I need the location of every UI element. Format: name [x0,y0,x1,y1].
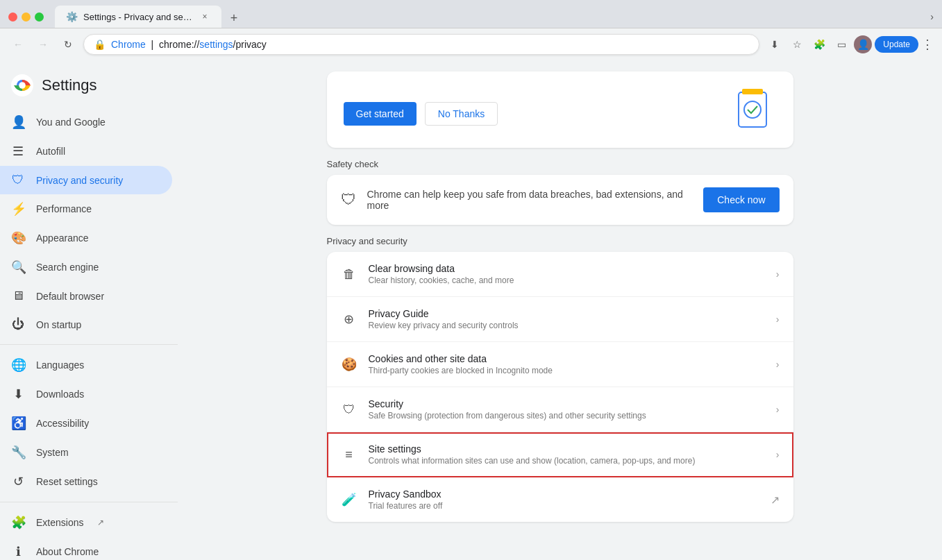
chrome-menu-button[interactable]: ⋮ [921,37,934,52]
sidebar-item-default-browser[interactable]: 🖥 Default browser [0,282,172,310]
promo-illustration [693,85,777,134]
download-toolbar-icon[interactable]: ⬇ [765,35,784,54]
profile-split-icon[interactable]: ▭ [832,35,851,54]
safety-check-card: 🛡 Chrome can help keep you safe from dat… [327,175,793,225]
sidebar-label-privacy-and-security: Privacy and security [36,175,123,186]
sidebar-item-autofill[interactable]: ☰ Autofill [0,137,172,166]
sidebar-item-appearance[interactable]: 🎨 Appearance [0,223,172,253]
flask-icon: 🧪 [341,491,358,508]
svg-point-5 [744,101,761,118]
bookmark-icon[interactable]: ☆ [787,35,807,54]
security-title: Security [369,398,765,409]
sidebar-label-appearance: Appearance [36,232,89,244]
cookies-title: Cookies and other site data [369,353,765,364]
new-tab-button[interactable]: + [224,8,244,28]
avatar[interactable]: 👤 [854,35,872,53]
sidebar-item-accessibility[interactable]: ♿ Accessibility [0,409,172,438]
get-started-button[interactable]: Get started [344,102,417,126]
sidebar-item-system[interactable]: 🔧 System [0,438,172,467]
address-bar: ← → ↻ 🔒 Chrome | chrome://settings/priva… [0,28,942,60]
privacy-sandbox-info: Privacy Sandbox Trial features are off [369,489,759,511]
svg-rect-4 [742,89,763,94]
sidebar-item-you-and-google[interactable]: 👤 You and Google [0,108,172,137]
sidebar-item-downloads[interactable]: ⬇ Downloads [0,380,172,409]
maximize-window-btn[interactable] [35,12,44,22]
sidebar-label-accessibility: Accessibility [36,418,89,429]
sidebar-label-default-browser: Default browser [36,291,104,302]
promo-buttons: Get started No Thanks [344,102,693,126]
back-button[interactable]: ← [8,35,28,54]
reset-icon: ↺ [11,474,25,489]
cookies-item[interactable]: 🍪 Cookies and other site data Third-part… [327,342,793,387]
sidebar-item-search-engine[interactable]: 🔍 Search engine [0,253,172,282]
site-settings-title: Site settings [369,443,765,455]
sidebar-item-about-chrome[interactable]: ℹ About Chrome [0,537,172,560]
tab-close-btn[interactable]: × [199,11,210,22]
search-sidebar-icon: 🔍 [11,260,25,275]
external-icon-5: ↗ [771,493,780,507]
arrow-icon-2: › [776,359,780,370]
sidebar-item-extensions[interactable]: 🧩 Extensions ↗ [0,508,172,537]
sidebar-item-on-startup[interactable]: ⏻ On startup [0,310,172,339]
url-chrome: Chrome [111,39,146,50]
privacy-sandbox-item[interactable]: 🧪 Privacy Sandbox Trial features are off… [327,477,793,522]
site-settings-info: Site settings Controls what information … [369,443,765,466]
sidebar-label-about-chrome: About Chrome [36,546,99,557]
download-icon: ⬇ [11,387,25,402]
sidebar-label-system: System [36,447,69,458]
sidebar-label-autofill: Autofill [36,146,65,157]
site-settings-desc: Controls what information sites can use … [369,456,765,466]
extensions-icon[interactable]: 🧩 [809,35,829,54]
check-now-button[interactable]: Check now [703,187,779,212]
performance-icon: ⚡ [11,201,25,217]
sidebar-label-you-and-google: You and Google [36,117,106,128]
security-item[interactable]: 🛡 Security Safe Browsing (protection fro… [327,387,793,432]
sidebar-label-reset-settings: Reset settings [36,476,98,487]
tab-title: Settings - Privacy and security [83,12,194,22]
update-button[interactable]: Update [875,36,918,53]
url-bar[interactable]: 🔒 Chrome | chrome://settings/privacy [83,34,759,55]
cookies-desc: Third-party cookies are blocked in Incog… [369,366,765,375]
sidebar-label-downloads: Downloads [36,389,84,400]
url-security-icon: 🔒 [94,39,106,50]
sidebar-item-privacy-and-security[interactable]: 🛡 Privacy and security [0,166,172,194]
person-icon: 👤 [11,114,25,130]
clear-browsing-data-info: Clear browsing data Clear history, cooki… [369,263,765,285]
arrow-icon-0: › [776,269,780,280]
reload-button[interactable]: ↻ [58,35,78,54]
sidebar-label-performance: Performance [36,203,92,214]
sidebar-label-search-engine: Search engine [36,262,99,273]
arrow-icon-1: › [776,314,780,325]
sidebar-item-languages[interactable]: 🌐 Languages [0,350,172,380]
no-thanks-button[interactable]: No Thanks [425,102,498,126]
arrow-icon-4: › [776,449,780,460]
browser-chrome: ⚙️ Settings - Privacy and security × + ›… [0,0,942,60]
sidebar: Settings 👤 You and Google ☰ Autofill 🛡 P… [0,60,178,560]
content-area: Get started No Thanks Safety check [310,60,810,544]
tab-overflow-btn[interactable]: › [930,11,934,22]
close-window-btn[interactable] [8,12,17,22]
active-tab[interactable]: ⚙️ Settings - Privacy and security × [55,6,221,28]
title-bar: ⚙️ Settings - Privacy and security × + › [0,0,942,28]
globe-icon: 🌐 [11,357,25,373]
clear-browsing-data-item[interactable]: 🗑 Clear browsing data Clear history, coo… [327,252,793,297]
privacy-guide-desc: Review key privacy and security controls [369,321,765,330]
clear-browsing-data-desc: Clear history, cookies, cache, and more [369,275,765,285]
site-settings-item[interactable]: ≡ Site settings Controls what informatio… [327,432,793,477]
svg-point-2 [19,82,26,89]
sidebar-item-reset-settings[interactable]: ↺ Reset settings [0,467,172,496]
toolbar-icons: ⬇ ☆ 🧩 ▭ 👤 Update ⋮ [765,35,934,54]
privacy-guide-item[interactable]: ⊕ Privacy Guide Review key privacy and s… [327,297,793,342]
sidebar-item-performance[interactable]: ⚡ Performance [0,194,172,223]
tab-favicon: ⚙️ [66,11,78,22]
minimize-window-btn[interactable] [22,12,31,22]
privacy-settings-list: 🗑 Clear browsing data Clear history, coo… [327,252,793,522]
promo-svg [697,85,773,134]
sidebar-divider-2 [0,502,178,502]
privacy-guide-info: Privacy Guide Review key privacy and sec… [369,308,765,330]
shield-check-icon: 🛡 [341,401,358,418]
window-controls [8,12,44,22]
forward-button[interactable]: → [33,35,53,54]
safety-check-description: Chrome can help keep you safe from data … [367,189,693,211]
tab-bar: ⚙️ Settings - Privacy and security × + [55,6,925,28]
